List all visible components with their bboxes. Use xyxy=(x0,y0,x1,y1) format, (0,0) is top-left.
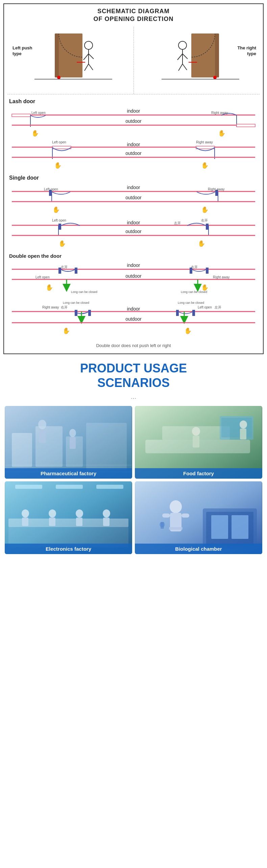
svg-text:indoor: indoor xyxy=(127,306,140,312)
svg-text:outdoor: outdoor xyxy=(125,151,142,156)
product-usage-title: PRODUCT USAGE SCENARIOS xyxy=(3,361,264,390)
svg-rect-138 xyxy=(76,518,82,526)
svg-text:outdoor: outdoor xyxy=(125,273,142,279)
svg-text:outdoor: outdoor xyxy=(125,118,142,124)
biological-card: Biological chamber xyxy=(135,481,262,554)
svg-text:✋: ✋ xyxy=(63,327,70,335)
double-door-section: Double open the door indoor 左开 右开 Left o… xyxy=(7,253,260,348)
lash-door-title: Lash door xyxy=(9,98,260,105)
svg-text:indoor: indoor xyxy=(127,108,140,114)
svg-text:indoor: indoor xyxy=(127,185,140,190)
svg-rect-24 xyxy=(12,114,30,117)
svg-line-15 xyxy=(177,54,183,60)
svg-text:Left open: Left open xyxy=(52,219,66,222)
svg-point-13 xyxy=(178,41,187,49)
svg-text:Right away: Right away xyxy=(208,187,224,191)
svg-rect-64 xyxy=(206,224,209,230)
pharma-bg xyxy=(5,406,132,479)
electronics-bg xyxy=(5,481,132,554)
svg-line-18 xyxy=(183,64,187,70)
single-door-section: Single door indoor Left open Right away … xyxy=(7,175,260,249)
svg-text:Long can be closed: Long can be closed xyxy=(178,301,204,304)
svg-rect-78 xyxy=(206,268,209,274)
double-door-diagram1: indoor 左开 右开 Left open Right away outdoo… xyxy=(8,261,259,298)
svg-rect-111 xyxy=(86,423,127,470)
svg-text:✋: ✋ xyxy=(184,327,192,335)
svg-rect-11 xyxy=(215,33,219,77)
svg-rect-145 xyxy=(232,515,248,539)
svg-rect-108 xyxy=(12,433,32,467)
svg-text:✋: ✋ xyxy=(201,162,209,169)
svg-text:✋: ✋ xyxy=(198,240,205,247)
single-door-title: Single door xyxy=(9,175,260,181)
svg-text:Right away: Right away xyxy=(196,140,213,144)
left-door-svg xyxy=(28,30,116,91)
svg-text:indoor: indoor xyxy=(127,262,140,268)
svg-point-20 xyxy=(213,76,217,79)
svg-rect-132 xyxy=(96,485,123,489)
electronics-scene xyxy=(5,481,132,554)
biological-label: Biological chamber xyxy=(135,544,262,554)
svg-rect-113 xyxy=(39,429,46,443)
svg-line-4 xyxy=(83,54,89,60)
svg-rect-98 xyxy=(88,310,91,316)
double-door-note: Double door does not push left or right xyxy=(7,343,260,348)
svg-rect-136 xyxy=(49,518,55,526)
svg-text:✋: ✋ xyxy=(46,284,53,291)
schematic-section: SCHEMATIC DIAGRAM OF OPENING DIRECTION L… xyxy=(3,3,264,354)
svg-rect-124 xyxy=(193,436,199,448)
svg-rect-122 xyxy=(221,418,252,437)
svg-rect-12 xyxy=(191,33,215,77)
food-card: Food factory xyxy=(135,406,262,479)
svg-line-17 xyxy=(178,64,183,71)
svg-line-16 xyxy=(183,54,188,59)
svg-text:Long can be closed: Long can be closed xyxy=(71,290,97,294)
svg-text:✋: ✋ xyxy=(201,206,209,213)
svg-rect-0 xyxy=(55,33,59,77)
svg-text:Left open: Left open xyxy=(35,275,50,279)
svg-rect-131 xyxy=(56,485,83,489)
svg-rect-31 xyxy=(237,124,255,127)
product-usage-dots: ... xyxy=(3,393,264,401)
svg-point-2 xyxy=(84,41,93,49)
pharma-scene xyxy=(5,406,132,479)
single-door-diagram1: indoor Left open Right away outdoor ✋ ✋ xyxy=(8,183,259,215)
center-divider xyxy=(134,27,134,94)
lash-door-diagram2: Left open indoor Right away outdoor ✋ ✋ xyxy=(8,139,259,171)
svg-rect-40 xyxy=(196,146,215,149)
electronics-card: Electronics factory xyxy=(5,481,132,554)
svg-text:Right away: Right away xyxy=(42,305,59,309)
svg-rect-152 xyxy=(161,522,164,529)
svg-text:indoor: indoor xyxy=(127,142,140,147)
svg-text:Left open: Left open xyxy=(44,187,58,191)
svg-rect-77 xyxy=(190,268,192,274)
product-usage-section: PRODUCT USAGE SCENARIOS ... xyxy=(3,361,264,554)
svg-text:Left open: Left open xyxy=(198,305,212,309)
svg-point-123 xyxy=(192,427,200,436)
right-door-svg xyxy=(158,30,246,91)
double-door-diagram2: Long can be closed Long can be closed Ri… xyxy=(8,300,259,340)
svg-point-112 xyxy=(38,420,46,429)
svg-line-7 xyxy=(89,64,93,70)
svg-text:Left open: Left open xyxy=(52,140,66,144)
svg-line-5 xyxy=(89,54,94,59)
schematic-title: SCHEMATIC DIAGRAM OF OPENING DIRECTION xyxy=(7,7,260,23)
svg-text:Long can be closed: Long can be closed xyxy=(63,301,89,304)
svg-text:outdoor: outdoor xyxy=(125,316,142,322)
svg-rect-134 xyxy=(22,518,28,526)
svg-rect-100 xyxy=(192,310,195,316)
image-grid: Pharmaceutical factory xyxy=(5,406,262,554)
svg-rect-74 xyxy=(58,268,61,274)
svg-text:✋: ✋ xyxy=(218,130,226,137)
svg-text:左开: 左开 xyxy=(61,265,68,269)
svg-text:Right away: Right away xyxy=(213,275,229,279)
svg-text:✋: ✋ xyxy=(31,130,39,137)
svg-text:左开: 左开 xyxy=(215,305,221,309)
lash-door-diagram1: indoor Left open Right away outdoor ✋ ✋ xyxy=(8,107,259,137)
svg-rect-148 xyxy=(162,513,170,518)
top-figure: Left pushtype The righttype xyxy=(7,27,260,94)
svg-point-139 xyxy=(103,509,110,518)
svg-text:outdoor: outdoor xyxy=(125,195,142,200)
svg-text:左开: 左开 xyxy=(174,221,181,225)
svg-point-135 xyxy=(49,509,56,518)
